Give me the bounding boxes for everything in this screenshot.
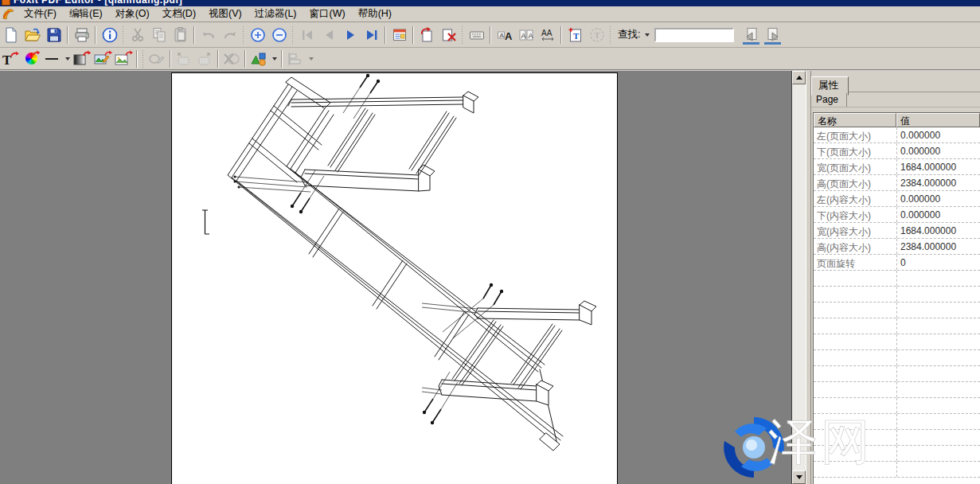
- property-name[interactable]: 宽(页面大小): [814, 159, 896, 174]
- property-name[interactable]: 左(页面大小): [814, 127, 896, 142]
- property-name[interactable]: 下(页面大小): [814, 143, 896, 158]
- text-page-icon: T: [567, 26, 584, 44]
- menu-item-file[interactable]: 文件(F): [18, 6, 63, 23]
- add-shading-button[interactable]: [72, 49, 92, 68]
- delete-object-button[interactable]: [221, 49, 242, 68]
- print-button[interactable]: [71, 25, 92, 45]
- property-value[interactable]: 0: [896, 255, 980, 270]
- column-header-value[interactable]: 值: [896, 113, 980, 127]
- property-row[interactable]: 宽(页面大小)1684.000000: [814, 159, 980, 175]
- property-value[interactable]: 0.000000: [896, 207, 980, 222]
- separator: [67, 26, 68, 44]
- property-value-empty: [896, 414, 980, 429]
- toolbar-grip: [291, 26, 294, 44]
- property-name[interactable]: 宽(内容大小): [814, 223, 896, 238]
- undo-button[interactable]: [197, 25, 219, 45]
- pdf-page[interactable]: [171, 72, 618, 484]
- rotate-left-button[interactable]: [174, 49, 194, 68]
- menu-item-window[interactable]: 窗口(W): [303, 6, 352, 23]
- add-text-object-button[interactable]: T: [564, 25, 586, 45]
- align-objects-button[interactable]: [285, 49, 306, 68]
- zoom-out-button[interactable]: [268, 25, 290, 45]
- delete-page-button[interactable]: [438, 25, 459, 45]
- save-button[interactable]: [43, 25, 64, 45]
- menu-item-object[interactable]: 对象(O): [109, 6, 156, 23]
- next-page-button[interactable]: [339, 25, 361, 45]
- find-label: 查找:: [618, 28, 640, 41]
- property-row[interactable]: 高(页面大小)2384.000000: [814, 175, 980, 191]
- property-name[interactable]: 页面旋转: [814, 255, 896, 270]
- keyboard-button[interactable]: [466, 25, 487, 45]
- property-grid-header: 名称 值: [814, 113, 980, 127]
- property-name[interactable]: 高(页面大小): [814, 175, 896, 190]
- add-text-button[interactable]: T: [0, 49, 21, 68]
- menu-item-document[interactable]: 文档(D): [156, 6, 202, 23]
- property-row-empty: [814, 430, 980, 446]
- property-row[interactable]: 高(内容大小)2384.000000: [814, 239, 980, 255]
- previous-page-button[interactable]: [318, 25, 339, 45]
- property-row[interactable]: 左(页面大小)0.000000: [814, 127, 980, 143]
- property-row[interactable]: 宽(内容大小)1684.000000: [814, 223, 980, 239]
- property-row[interactable]: 下(页面大小)0.000000: [814, 143, 980, 159]
- text-circle-button[interactable]: T: [586, 25, 607, 45]
- panel-splitter[interactable]: [806, 71, 811, 484]
- property-row[interactable]: 页面旋转0: [814, 255, 980, 271]
- font-width-button[interactable]: AA: [537, 25, 558, 45]
- property-value[interactable]: 1684.000000: [896, 159, 980, 174]
- first-page-button[interactable]: [296, 25, 318, 45]
- property-value[interactable]: 2384.000000: [896, 239, 980, 254]
- menu-item-filter[interactable]: 过滤器(L): [248, 6, 303, 23]
- insert-shape-button[interactable]: [248, 49, 269, 68]
- find-previous-button[interactable]: [740, 25, 762, 45]
- find-input[interactable]: [654, 28, 734, 42]
- menu-item-help[interactable]: 帮助(H): [352, 6, 398, 23]
- last-page-button[interactable]: [361, 25, 382, 45]
- property-value[interactable]: 1684.000000: [896, 223, 980, 238]
- zoom-in-button[interactable]: [247, 25, 268, 45]
- property-name[interactable]: 高(内容大小): [814, 239, 896, 254]
- find-next-button[interactable]: [762, 25, 783, 45]
- property-value[interactable]: 2384.000000: [896, 175, 980, 190]
- column-header-name[interactable]: 名称: [814, 113, 896, 127]
- line-style-button[interactable]: [41, 49, 62, 68]
- vertical-scrollbar[interactable]: [791, 71, 806, 484]
- menu-item-view[interactable]: 视图(V): [202, 6, 248, 23]
- edit-image-button[interactable]: [92, 49, 113, 68]
- add-color-button[interactable]: [21, 49, 41, 68]
- align-objects-dropdown[interactable]: [306, 49, 315, 68]
- scroll-down-button[interactable]: [792, 470, 806, 484]
- copy-button[interactable]: [148, 25, 170, 45]
- document-info-button[interactable]: [99, 25, 120, 45]
- property-value[interactable]: 0.000000: [896, 143, 980, 158]
- font-replace-button[interactable]: AA: [494, 25, 515, 45]
- redo-button[interactable]: [219, 25, 240, 45]
- property-name-empty: [814, 398, 896, 413]
- rotate-right-button[interactable]: [194, 49, 215, 68]
- insert-shape-dropdown[interactable]: [269, 49, 279, 68]
- open-button[interactable]: [21, 25, 43, 45]
- property-row[interactable]: 左(内容大小)0.000000: [814, 191, 980, 207]
- property-value[interactable]: 0.000000: [896, 127, 980, 142]
- property-value-empty: [896, 398, 980, 413]
- menu-item-edit[interactable]: 编辑(E): [63, 6, 109, 23]
- document-canvas[interactable]: [0, 71, 791, 484]
- paste-button[interactable]: [170, 25, 191, 45]
- property-row[interactable]: 下(内容大小)0.000000: [814, 207, 980, 223]
- property-name[interactable]: 下(内容大小): [814, 207, 896, 222]
- property-name[interactable]: 左(内容大小): [814, 191, 896, 206]
- page-properties-button[interactable]: [388, 25, 410, 45]
- scroll-up-button[interactable]: [792, 71, 806, 84]
- cut-button[interactable]: [127, 25, 148, 45]
- tab-page[interactable]: Page: [811, 93, 847, 107]
- arrow-down-icon: [796, 475, 802, 479]
- svg-text:A: A: [499, 31, 504, 38]
- property-row-empty: [814, 398, 980, 414]
- property-value[interactable]: 0.000000: [896, 191, 980, 206]
- line-style-dropdown[interactable]: [62, 49, 72, 68]
- new-button[interactable]: [0, 25, 21, 45]
- insert-image-button[interactable]: [113, 49, 134, 68]
- edit-object-button[interactable]: [146, 49, 167, 68]
- insert-page-button[interactable]: [416, 25, 438, 45]
- font-match-button[interactable]: AA: [515, 25, 537, 45]
- find-options-dropdown[interactable]: [642, 25, 651, 45]
